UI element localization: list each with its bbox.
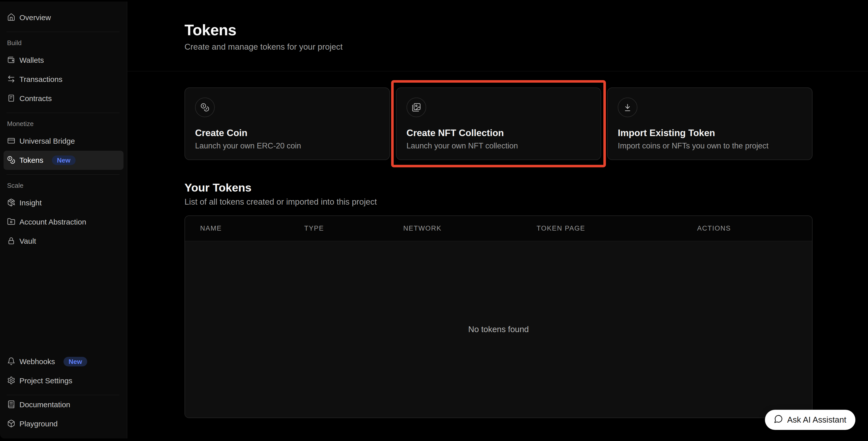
tokens-table-body: No tokens found [185, 241, 812, 417]
sidebar-item-wallets[interactable]: Wallets [3, 51, 124, 70]
sidebar-item-documentation[interactable]: Documentation [3, 395, 124, 414]
column-header-type: TYPE [304, 224, 403, 232]
sidebar-item-webhooks[interactable]: Webhooks New [3, 352, 124, 371]
header-divider [127, 71, 868, 71]
lock-icon [7, 237, 16, 246]
sidebar-item-label: Documentation [20, 401, 70, 409]
sidebar-item-tokens[interactable]: Tokens New [3, 151, 124, 170]
your-tokens-subtitle: List of all tokens created or imported i… [185, 197, 812, 207]
sidebar-item-label: Tokens [20, 156, 43, 164]
sidebar-item-label: Transactions [20, 75, 62, 84]
page-subtitle: Create and manage tokens for your projec… [185, 42, 812, 52]
home-icon [7, 13, 16, 23]
empty-state-message: No tokens found [468, 324, 529, 334]
create-coin-card[interactable]: Create Coin Launch your own ERC-20 coin [185, 88, 390, 160]
folder-shield-icon [7, 218, 16, 227]
card-title: Import Existing Token [618, 128, 802, 138]
sidebar: Overview Build Wallets Transactions Cont… [0, 1, 127, 439]
ask-ai-assistant-button[interactable]: Ask AI Assistant [765, 410, 856, 430]
column-header-token-page: TOKEN PAGE [536, 224, 697, 232]
gear-icon [7, 376, 16, 385]
sidebar-item-vault[interactable]: Vault [3, 231, 124, 251]
column-header-actions: ACTIONS [697, 224, 812, 232]
package-search-icon [7, 198, 16, 208]
sidebar-spacer [3, 251, 124, 352]
bell-icon [7, 357, 16, 367]
sidebar-item-label: Wallets [20, 56, 44, 64]
wallet-icon [7, 56, 16, 65]
import-existing-token-card[interactable]: Import Existing Token Import coins or NF… [607, 88, 812, 160]
sidebar-item-playground[interactable]: Playground [3, 414, 124, 434]
column-header-name: NAME [200, 224, 304, 232]
sidebar-item-overview[interactable]: Overview [3, 8, 124, 27]
highlight-annotation-ring [391, 80, 606, 167]
sidebar-item-label: Project Settings [20, 377, 72, 385]
main-content: Tokens Create and manage tokens for your… [127, 1, 868, 441]
chat-bubble-icon [774, 414, 783, 426]
coins-icon [7, 156, 16, 165]
arrows-left-right-icon [7, 75, 16, 84]
sidebar-item-transactions[interactable]: Transactions [3, 70, 124, 89]
ask-ai-assistant-label: Ask AI Assistant [787, 415, 846, 424]
tokens-table: NAME TYPE NETWORK TOKEN PAGE ACTIONS No … [185, 216, 812, 418]
create-nft-collection-card[interactable]: Create NFT Collection Launch your own NF… [396, 88, 601, 160]
card-title: Create Coin [195, 128, 379, 138]
page-header: Tokens Create and manage tokens for your… [127, 1, 868, 52]
card-description: Launch your own NFT collection [406, 141, 591, 151]
sidebar-item-account-abstraction[interactable]: Account Abstraction [3, 213, 124, 231]
sidebar-item-label: Universal Bridge [20, 137, 75, 146]
column-header-network: NETWORK [403, 224, 536, 232]
sidebar-section-scale: Scale [3, 175, 124, 193]
sidebar-item-label: Overview [20, 13, 51, 22]
sidebar-item-label: Playground [20, 419, 58, 428]
sidebar-item-universal-bridge[interactable]: Universal Bridge [3, 131, 124, 151]
card-description: Import coins or NFTs you own to the proj… [618, 141, 802, 151]
sidebar-item-label: Contracts [20, 94, 52, 103]
tokens-content: Create Coin Launch your own ERC-20 coin … [127, 88, 868, 441]
card-description: Launch your own ERC-20 coin [195, 141, 379, 151]
contract-file-icon [7, 94, 16, 103]
cube-icon [7, 419, 16, 429]
sidebar-section-build: Build [3, 32, 124, 51]
sidebar-item-project-settings[interactable]: Project Settings [3, 371, 124, 390]
card-title: Create NFT Collection [406, 128, 591, 138]
page-title: Tokens [185, 21, 812, 39]
book-icon [7, 400, 16, 410]
tokens-table-header: NAME TYPE NETWORK TOKEN PAGE ACTIONS [185, 216, 812, 241]
coins-icon [195, 97, 215, 117]
sidebar-item-label: Webhooks [20, 357, 55, 366]
new-badge: New [63, 357, 87, 367]
sidebar-item-label: Account Abstraction [20, 218, 86, 226]
your-tokens-heading: Your Tokens [185, 181, 812, 194]
credit-card-icon [7, 136, 16, 146]
sidebar-item-insight[interactable]: Insight [3, 193, 124, 213]
action-cards-row: Create Coin Launch your own ERC-20 coin … [185, 88, 812, 160]
sidebar-item-contracts[interactable]: Contracts [3, 89, 124, 108]
new-badge: New [52, 156, 75, 165]
images-icon [406, 97, 426, 117]
download-icon [618, 97, 638, 117]
sidebar-section-monetize: Monetize [3, 113, 124, 131]
sidebar-item-label: Insight [20, 198, 41, 207]
sidebar-item-label: Vault [20, 237, 36, 246]
